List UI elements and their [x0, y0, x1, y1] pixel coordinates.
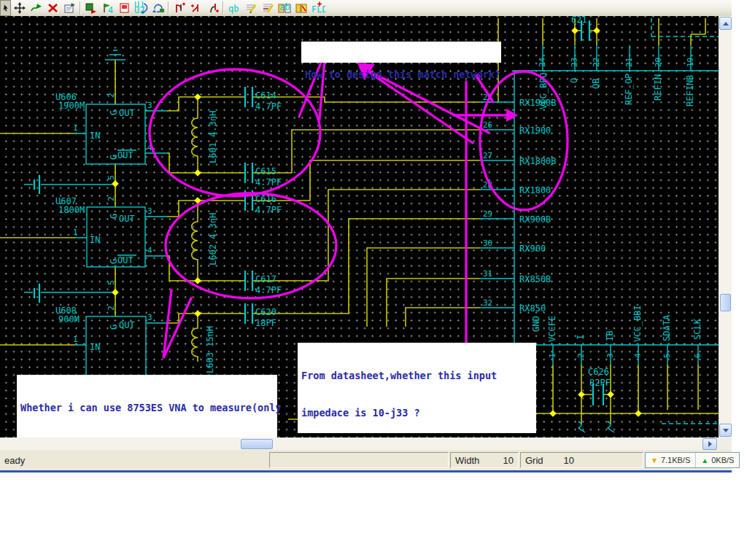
chevron-right-icon: [708, 441, 712, 447]
library-manage-icon[interactable]: [293, 1, 309, 15]
qb-tool-icon[interactable]: qb: [225, 1, 242, 15]
ic-pin-number: 26: [483, 120, 492, 130]
cursor-tool-icon[interactable]: [0, 0, 11, 16]
ic-pin-number: 6: [693, 353, 703, 358]
val-u606: 1900M: [58, 101, 85, 111]
sheet-symbol-icon[interactable]: [116, 1, 133, 15]
place-pin-icon[interactable]: [171, 1, 187, 15]
vertical-scrollbar[interactable]: [719, 16, 732, 438]
ic-pin-label: RX1900: [519, 125, 551, 136]
cap-c617: [245, 271, 252, 291]
ic-pin-number: 4: [633, 353, 643, 358]
annotate-icon[interactable]: U1 U2: [133, 1, 150, 15]
toolbar-separator: [222, 1, 224, 15]
properties-icon[interactable]: [61, 1, 78, 15]
ic-pin-number: 32: [483, 298, 492, 308]
pin-number: 2: [107, 196, 116, 201]
scroll-down-button[interactable]: [719, 424, 732, 437]
pin-label: OUT: [119, 320, 135, 330]
update-parts-icon[interactable]: [150, 1, 166, 15]
ic-pin-label: IB: [605, 331, 615, 341]
toolbar-separator: [168, 1, 169, 15]
upload-arrow-icon: ▲: [701, 456, 708, 464]
array-paste-icon[interactable]: 4: [99, 1, 116, 15]
svg-text:4: 4: [108, 5, 113, 15]
schematic-canvas[interactable]: U606 1900M U607 1800M U608 900M 650M IN …: [0, 16, 719, 438]
pin-label: G: [109, 324, 119, 330]
library-ab-icon[interactable]: ab: [276, 1, 293, 15]
ic-pin-label: REFIN: [653, 74, 663, 101]
ic-pin-label: RX1800: [519, 185, 551, 195]
ic-pin-number: 23: [570, 58, 579, 67]
inductor-l601: [192, 97, 198, 173]
horizontal-scroll-thumb[interactable]: [241, 439, 273, 449]
pin-label: OUT: [117, 150, 133, 160]
val-u607: 1800M: [58, 205, 85, 215]
edit-filter-icon[interactable]: [259, 1, 276, 15]
annotation-note-top[interactable]: How to design this match network?: [301, 42, 501, 63]
ic-pin-label: SDATA: [662, 314, 672, 341]
cap-c614: [245, 87, 252, 107]
scrollbar-corner: [719, 438, 732, 450]
pin-number: 3: [147, 313, 152, 322]
pin-number: 1: [73, 123, 78, 133]
note-text: How to design this match network?: [305, 69, 498, 81]
pin-label: OUT: [119, 214, 135, 224]
add-part-icon[interactable]: [82, 1, 99, 15]
move-icon[interactable]: [11, 1, 28, 15]
svg-text:FLD: FLD: [311, 4, 325, 15]
note-text: From datasheet,whether this input: [301, 370, 533, 382]
place-pin3-icon[interactable]: [204, 1, 221, 15]
vertical-scroll-thumb[interactable]: [720, 294, 731, 311]
pin-label: IN: [90, 235, 100, 245]
label-l603: L603 15nH: [205, 326, 215, 373]
network-speed-meter: ▼ 7.1KB/S ▲ 0KB/S: [645, 452, 740, 468]
pin-label: OUT: [117, 255, 133, 265]
ic-pin-label: RX1800B: [519, 156, 557, 166]
scroll-up-button[interactable]: [719, 17, 732, 30]
ic-pin-label: RX850: [519, 303, 546, 314]
val-c614: 4.7PF: [255, 101, 282, 112]
pin-number: 3: [147, 101, 152, 110]
svg-text:ab: ab: [279, 2, 290, 12]
pin-number: 5: [107, 280, 116, 285]
ic-pin-number: 20: [654, 58, 663, 67]
val-u608: 900M: [58, 314, 80, 324]
pin-number: 2: [107, 306, 116, 311]
edit-list-icon[interactable]: [242, 1, 259, 15]
annotation-note-middle[interactable]: From datasheet,whether this input impeda…: [298, 343, 536, 433]
field-tool-icon[interactable]: FLD: [309, 1, 326, 15]
ic-pin-label: RX850B: [519, 274, 551, 284]
ic-pin-number: 24: [538, 57, 547, 67]
ic-pin-number: 5: [662, 353, 672, 358]
ic-pin-label: RX900: [519, 244, 546, 254]
ic-pin-label: GND: [531, 316, 541, 332]
chevron-down-icon: [723, 429, 729, 432]
ic-pin-number: 21: [624, 58, 634, 67]
ic-pin-number: 2: [576, 353, 586, 358]
ic-pin-label: REF_OP: [624, 74, 634, 105]
scroll-right-button[interactable]: [703, 438, 717, 450]
ref-c626: C626: [588, 367, 609, 377]
ic-pin-label: REFINB: [685, 75, 695, 106]
status-ready: eady: [0, 453, 268, 467]
status-width-panel: Width 10: [450, 452, 519, 468]
note-text: Whether i can use 8753ES VNA to measure(…: [20, 402, 274, 414]
note-text: impedace is 10-j33 ?: [301, 407, 533, 419]
val-c626: 82PF: [589, 378, 611, 388]
ic-pin-label: I: [576, 335, 586, 340]
application-window: 4 U1 U2 qb: [0, 0, 747, 560]
window-bottom-edge: [0, 470, 732, 472]
ic-pin-label: VCC_BBI: [632, 305, 643, 342]
delete-icon[interactable]: [44, 1, 61, 15]
ic-pin-number: 31: [483, 269, 492, 279]
horizontal-scrollbar[interactable]: [0, 438, 719, 450]
ic-pin-label: Q: [569, 78, 579, 83]
ref-c615: C615: [255, 166, 276, 176]
drag-tool-icon[interactable]: [28, 1, 44, 15]
label-l602: L602 4.3nH: [208, 213, 218, 265]
place-pin2-icon[interactable]: [187, 1, 204, 15]
pin-label: G: [109, 110, 119, 115]
annotation-note-bottom[interactable]: Whether i can use 8753ES VNA to measure(…: [17, 375, 277, 438]
inductor-l602: [192, 201, 198, 281]
